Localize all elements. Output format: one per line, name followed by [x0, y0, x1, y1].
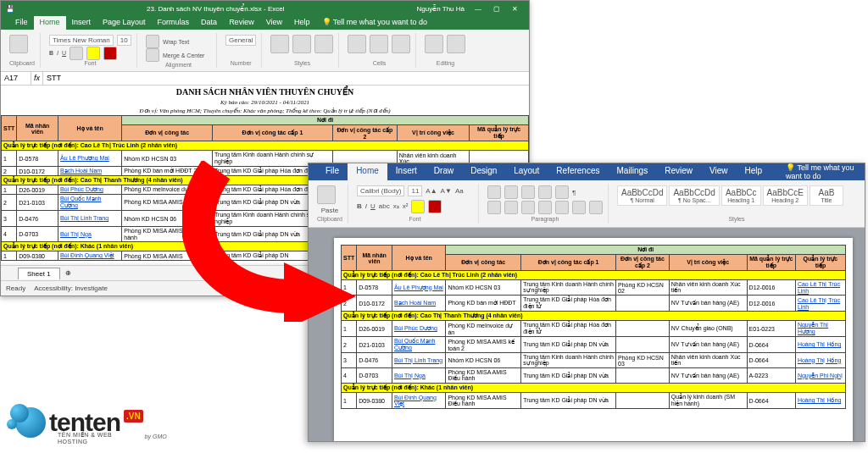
conditional-formatting-icon[interactable] [270, 35, 289, 53]
increase-indent-icon[interactable] [555, 185, 569, 199]
align-center-icon[interactable] [504, 201, 518, 214]
insert-cells-icon[interactable] [348, 35, 366, 53]
excel-tab-help[interactable]: Help [288, 16, 316, 30]
word-tab-review[interactable]: Review [656, 163, 701, 180]
window-minimize-icon[interactable]: — [470, 3, 487, 14]
word-paste-icon[interactable] [317, 185, 336, 204]
format-cells-icon[interactable] [392, 35, 410, 53]
line-spacing-icon[interactable] [555, 201, 569, 214]
paste-icon[interactable] [9, 35, 28, 53]
excel-tab-view[interactable]: View [260, 16, 288, 30]
word-italic-button[interactable]: I [365, 202, 367, 210]
add-sheet-icon[interactable]: ⊕ [65, 269, 71, 277]
excel-tab-home[interactable]: Home [34, 16, 66, 30]
strikethrough-button[interactable]: abc [379, 202, 390, 210]
excel-tab-insert[interactable]: Insert [66, 16, 97, 30]
italic-button[interactable]: I [57, 50, 58, 56]
word-tab-mailings[interactable]: Mailings [608, 163, 656, 180]
style--normal[interactable]: AaBbCcDd¶ Normal [617, 185, 667, 206]
word-font-name-select[interactable]: Calibri (Body) [357, 185, 404, 196]
excel-tab-formulas[interactable]: Formulas [152, 16, 196, 30]
number-group: General Number [220, 33, 262, 68]
style-heading-2[interactable]: AaBbCcEHeading 2 [763, 185, 808, 206]
subscript-button[interactable]: x₂ [393, 202, 399, 210]
font-color-icon[interactable] [103, 47, 117, 60]
word-font-size-select[interactable]: 11 [408, 185, 422, 196]
wrap-text-button[interactable]: Wrap Text [163, 39, 189, 45]
word-data-table[interactable]: STTMã nhân viênHọ và tênNơi điĐơn vị côn… [341, 245, 846, 409]
style--no-spac-[interactable]: AaBbCcDd¶ No Spac... [669, 185, 719, 206]
word-tab-draw[interactable]: Draw [426, 163, 462, 180]
word-tab-home[interactable]: Home [348, 163, 387, 180]
number-format-select[interactable]: General [225, 35, 256, 46]
decrease-indent-icon[interactable] [538, 185, 552, 199]
superscript-button[interactable]: x² [403, 202, 409, 210]
fx-icon[interactable]: fx [31, 72, 43, 85]
multilevel-list-icon[interactable] [521, 185, 535, 199]
shading-icon[interactable] [572, 201, 586, 214]
editing-group: Editing [420, 33, 470, 68]
number-list-icon[interactable] [504, 185, 518, 199]
editing-label: Editing [425, 60, 465, 66]
justify-icon[interactable] [538, 201, 552, 214]
word-clipboard-label: Clipboard [317, 216, 342, 222]
word-tab-insert[interactable]: Insert [387, 163, 426, 180]
word-bold-button[interactable]: B [357, 202, 362, 210]
word-tab-references[interactable]: References [548, 163, 608, 180]
word-tab-layout[interactable]: Layout [505, 163, 548, 180]
increase-font-icon[interactable]: A▲ [426, 187, 437, 195]
cell-reference-box[interactable]: A17 [1, 72, 31, 85]
underline-button[interactable]: U [62, 50, 66, 56]
word-tab-view[interactable]: View [701, 163, 737, 180]
bold-button[interactable]: B [49, 50, 53, 56]
window-maximize-icon[interactable]: ▢ [488, 3, 505, 14]
font-size-select[interactable]: 10 [117, 35, 131, 46]
formula-value[interactable]: STT [43, 72, 529, 85]
word-page-area[interactable]: STTMã nhân viênHọ và tênNơi điĐơn vị côn… [309, 228, 865, 441]
word-tell-me[interactable]: 💡 Tell me what you want to do [777, 163, 865, 180]
signed-in-user: Nguyễn Thu Hà [417, 5, 465, 13]
align-right-icon[interactable] [521, 201, 535, 214]
word-clipboard-group: Paste Clipboard [312, 184, 348, 224]
borders-icon[interactable] [589, 201, 603, 214]
excel-tab-data[interactable]: Data [195, 16, 223, 30]
window-close-icon[interactable]: ✕ [507, 3, 524, 14]
cells-group: Cells [342, 33, 416, 68]
font-label: Font [49, 60, 131, 66]
sort-filter-icon[interactable] [425, 35, 443, 53]
report-title: DANH SÁCH NHÂN VIÊN THUYÊN CHUYỂN [1, 86, 529, 98]
excel-tab-review[interactable]: Review [223, 16, 260, 30]
border-icon[interactable] [70, 47, 83, 60]
report-unit-line: Đơn vị: Văn phòng HCM; Thuyên chuyển: Kh… [1, 107, 529, 115]
style-title[interactable]: AaBTitle [810, 185, 843, 206]
find-select-icon[interactable] [447, 35, 465, 53]
style-heading-1[interactable]: AaBbCcHeading 1 [721, 185, 761, 206]
excel-tab-file[interactable]: File [9, 16, 34, 30]
font-name-select[interactable]: Times New Roman [49, 35, 114, 46]
highlight-icon[interactable] [411, 200, 425, 213]
delete-cells-icon[interactable] [370, 35, 388, 53]
alignment-label: Alignment [146, 62, 211, 68]
word-underline-button[interactable]: U [370, 202, 376, 210]
show-marks-icon[interactable]: ¶ [572, 189, 576, 196]
word-styles-label: Styles [617, 216, 856, 222]
change-case-icon[interactable]: Aa [455, 187, 464, 195]
excel-tab-page-layout[interactable]: Page Layout [97, 16, 152, 30]
word-font-color-icon[interactable] [428, 200, 442, 213]
word-tab-help[interactable]: Help [736, 163, 771, 180]
sheet-tab[interactable]: Sheet 1 [18, 268, 60, 279]
excel-tell-me[interactable]: 💡 Tell me what you want to do [316, 16, 433, 30]
format-as-table-icon[interactable] [292, 35, 311, 53]
decrease-font-icon[interactable]: A▼ [441, 187, 452, 195]
align-icon[interactable] [146, 35, 159, 48]
align-left-icon[interactable] [487, 201, 501, 214]
word-tab-design[interactable]: Design [462, 163, 505, 180]
word-paragraph-group: ¶ Paragraph [482, 184, 609, 224]
merge-center-button[interactable]: Merge & Center [163, 52, 204, 58]
cell-styles-icon[interactable] [314, 35, 333, 53]
merge-icon[interactable] [146, 48, 159, 62]
excel-save-icon[interactable]: 💾 [6, 5, 14, 13]
bullet-list-icon[interactable] [487, 185, 501, 199]
word-tab-file[interactable]: File [317, 163, 348, 180]
fill-color-icon[interactable] [86, 47, 100, 60]
